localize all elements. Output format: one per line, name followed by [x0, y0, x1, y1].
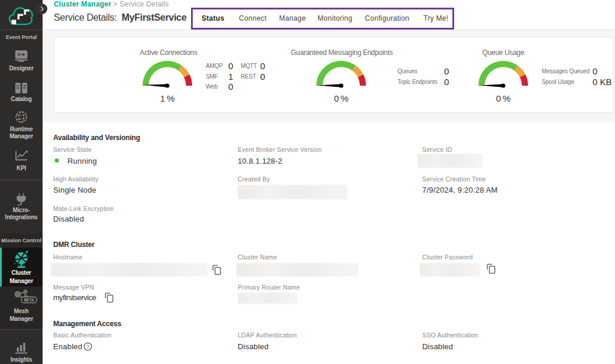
svg-text:?: ?	[86, 344, 89, 350]
svg-text:BETA: BETA	[24, 298, 34, 302]
